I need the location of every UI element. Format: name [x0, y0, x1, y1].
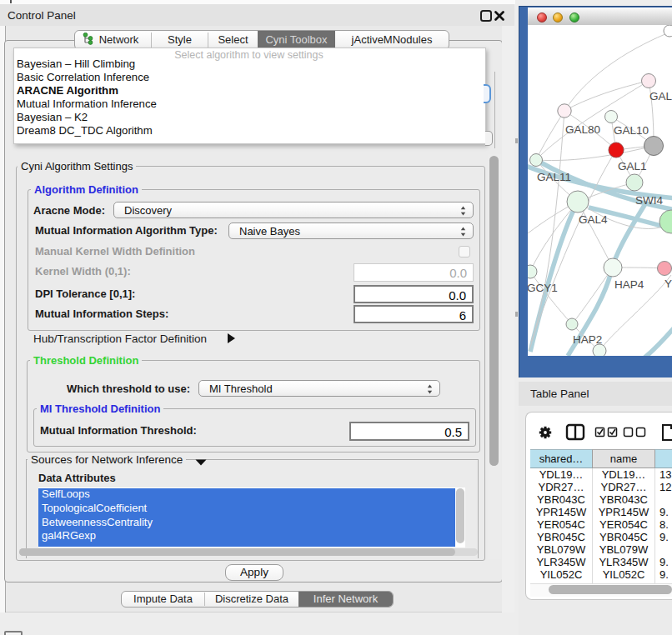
svg-text:SWI4: SWI4 [635, 194, 663, 207]
svg-text:GAL10: GAL10 [614, 124, 649, 137]
svg-text:GAL11: GAL11 [537, 171, 571, 183]
svg-text:GCY1: GCY1 [528, 282, 558, 294]
svg-text:Y: Y [664, 278, 672, 290]
svg-text:GAL: GAL [649, 90, 672, 102]
svg-text:HAP4: HAP4 [614, 278, 644, 291]
svg-text:GAL1: GAL1 [618, 160, 647, 172]
svg-text:HAP2: HAP2 [573, 333, 602, 346]
svg-text:GAL80: GAL80 [565, 123, 600, 136]
svg-text:GAL4: GAL4 [579, 213, 608, 226]
